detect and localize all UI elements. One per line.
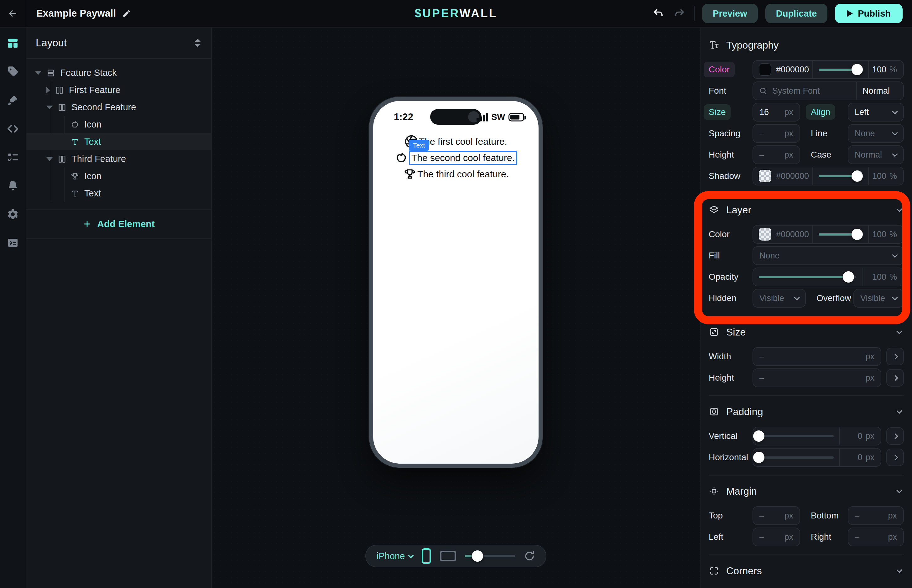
chevron-down-icon[interactable] [896,328,902,334]
tree-row-feature-stack[interactable]: Feature Stack [26,64,211,81]
slider-knob[interactable] [843,271,854,283]
transparent-swatch[interactable] [759,170,772,183]
vertical-padding-value[interactable]: 0 px [839,427,881,445]
sort-icon[interactable] [194,38,202,48]
transparent-swatch[interactable] [759,228,772,241]
overflow-select[interactable]: Visible [854,289,904,308]
horizontal-padding-expand-button[interactable] [886,449,904,466]
slider-knob[interactable] [753,430,764,442]
zoom-slider-knob[interactable] [472,551,483,562]
margin-bottom-input[interactable]: – px [848,506,904,525]
vertical-padding-expand-button[interactable] [886,427,904,445]
nav-console[interactable] [6,236,20,249]
layer-color-opacity-value[interactable]: 100 % [868,226,903,243]
height-input[interactable]: – px [752,368,881,387]
color-opacity-slider[interactable] [812,61,868,78]
undo-button[interactable] [651,6,665,20]
height-expand-button[interactable] [886,369,904,386]
slider-knob[interactable] [753,452,764,463]
corners-header[interactable]: Corners [709,564,904,577]
width-input[interactable]: – px [752,347,881,366]
layer-header[interactable]: Layer [709,204,904,216]
nav-products[interactable] [6,65,20,78]
font-size-input[interactable]: 16 px [752,103,800,121]
layer-color-opacity-slider[interactable] [812,226,868,243]
canvas[interactable]: 1:22 SW The first cool feature. [212,27,700,588]
tree-row-second-feature[interactable]: Second Feature [26,99,211,116]
layer-color-hex-input[interactable]: #000000 [753,226,812,243]
publish-button[interactable]: Publish [835,4,902,23]
caret-down-icon[interactable] [35,71,41,75]
tree-row-first-feature[interactable]: First Feature [26,81,211,99]
tree-row-text[interactable]: Text [26,185,211,202]
color-opacity-value[interactable]: 100 % [868,61,903,78]
zoom-slider[interactable] [465,555,515,557]
selection-tag: Text [409,140,429,151]
nav-code[interactable] [6,123,20,135]
letter-spacing-input[interactable]: – px [752,124,800,143]
nav-layout[interactable] [6,37,20,50]
color-hex-input[interactable]: #000000 [753,61,812,78]
tree-row-icon-trophy[interactable]: Icon [26,168,211,185]
portrait-icon[interactable] [422,548,431,564]
chevron-down-icon[interactable] [896,408,902,414]
nav-theme[interactable] [6,94,20,107]
vertical-padding-slider[interactable] [753,427,839,445]
font-weight-select[interactable]: Normal [856,82,903,100]
text-case-select[interactable]: Normal [848,145,904,164]
hidden-select[interactable]: Visible [752,289,806,308]
caret-down-icon[interactable] [46,157,53,161]
text-height-input[interactable]: – px [752,145,800,164]
feature-row-2[interactable]: Text The second cool feature. [394,151,517,165]
shadow-opacity-slider[interactable] [812,167,868,185]
nav-checklist[interactable] [6,151,20,163]
align-property-chip[interactable]: Align [806,104,835,120]
landscape-icon[interactable] [440,551,456,561]
redo-button[interactable] [673,6,686,20]
opacity-value[interactable]: 100 % [862,268,903,286]
chevron-down-icon[interactable] [896,206,902,212]
selection-outline[interactable]: Text The second cool feature. [409,151,517,165]
nav-notifications[interactable] [6,179,20,192]
margin-header[interactable]: Margin [709,485,904,498]
slider-knob[interactable] [852,170,863,182]
line-height-select[interactable]: None [848,124,904,143]
color-swatch[interactable] [759,63,772,76]
chevron-down-icon[interactable] [896,488,902,493]
edit-pencil-icon[interactable] [122,9,131,18]
tree-row-text-selected[interactable]: Text [26,133,211,150]
typography-header[interactable]: Typography [709,39,904,52]
align-select[interactable]: Left [848,103,904,121]
slider-knob[interactable] [852,64,863,75]
shadow-opacity-value[interactable]: 100 % [868,167,903,185]
slider-knob[interactable] [852,229,863,240]
margin-right-input[interactable]: – px [848,528,904,546]
tree-label: Second Feature [71,102,136,113]
tree-row-third-feature[interactable]: Third Feature [26,150,211,168]
margin-top-input[interactable]: – px [752,506,800,525]
feature-row-3[interactable]: The third cool feature. [403,167,509,181]
duplicate-button[interactable]: Duplicate [765,4,828,23]
horizontal-padding-value[interactable]: 0 px [839,449,881,466]
device-select[interactable]: iPhone [376,551,413,561]
font-search-input[interactable]: System Font [753,82,856,100]
color-property-chip[interactable]: Color [704,62,734,78]
size-header[interactable]: Size [709,326,904,338]
caret-down-icon[interactable] [46,105,53,109]
width-expand-button[interactable] [886,348,904,365]
size-property-chip[interactable]: Size [704,104,731,120]
horizontal-padding-slider[interactable] [753,449,839,466]
add-element-button[interactable]: Add Element [26,209,211,239]
refresh-icon[interactable] [524,551,535,562]
tree-row-icon-apple[interactable]: Icon [26,116,211,133]
caret-right-icon[interactable] [46,87,50,93]
preview-button[interactable]: Preview [702,4,758,23]
opacity-slider[interactable] [753,268,862,286]
fill-select[interactable]: None [752,246,904,265]
shadow-hex-input[interactable]: #000000 [753,167,812,185]
back-button[interactable] [0,0,26,27]
padding-header[interactable]: Padding [709,405,904,418]
margin-left-input[interactable]: – px [752,528,800,546]
nav-settings[interactable] [6,208,20,221]
chevron-down-icon[interactable] [896,567,902,573]
